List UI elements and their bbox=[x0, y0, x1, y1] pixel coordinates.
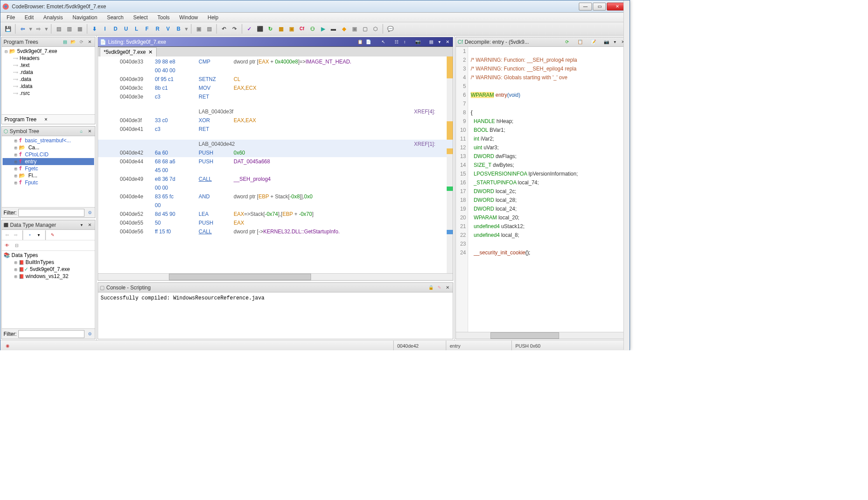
filter-options-icon[interactable]: ⚙ bbox=[86, 209, 93, 216]
datatype-node[interactable]: ⊞📕 BuiltInTypes bbox=[3, 259, 94, 266]
close-tab-icon[interactable]: ✕ bbox=[148, 49, 153, 55]
code-line[interactable]: 0040de3339 88 e8CMPdword ptr [EAX + 0x40… bbox=[98, 57, 453, 66]
options-icon[interactable]: ▤ bbox=[427, 39, 434, 46]
nav-icon[interactable]: ⌂ bbox=[78, 128, 85, 135]
undo-icon[interactable]: ↶ bbox=[219, 24, 229, 34]
code-line[interactable]: 45 00 bbox=[98, 166, 453, 175]
code-line[interactable]: 0040de41c3RET bbox=[98, 125, 453, 134]
close-panel-icon[interactable]: ✕ bbox=[86, 222, 93, 229]
erase-icon[interactable]: ✎ bbox=[436, 284, 443, 291]
forward-dropdown-icon[interactable]: ▾ bbox=[44, 24, 49, 34]
tool-icon[interactable]: ▤ bbox=[54, 24, 63, 34]
code-line[interactable]: 0040de49e8 36 7dCALL__SEH_prolog4 bbox=[98, 175, 453, 183]
snapshot-icon[interactable]: 📷 bbox=[603, 39, 610, 46]
menu-window[interactable]: Window bbox=[178, 14, 200, 21]
export-icon[interactable]: 📝 bbox=[590, 39, 597, 46]
decompile-line[interactable]: { bbox=[471, 108, 628, 117]
back-icon[interactable]: ⇦ bbox=[18, 24, 28, 34]
decompile-line[interactable]: BOOL BVar1; bbox=[471, 126, 628, 134]
menu-file[interactable]: File bbox=[5, 14, 17, 21]
program-tree-tab[interactable]: Program Tree × bbox=[2, 114, 95, 124]
play-icon[interactable]: ▶ bbox=[318, 24, 328, 34]
decompile-line[interactable]: SIZE_T dwBytes; bbox=[471, 161, 628, 169]
code-line[interactable]: 0040de3f33 c0XOREAX,EAX bbox=[98, 116, 453, 125]
code-line[interactable]: LAB_0040de3fXREF[4]: bbox=[98, 107, 453, 116]
datatype-node[interactable]: ⊞📕 windows_vs12_32 bbox=[3, 273, 94, 280]
dropdown-icon[interactable]: ▾ bbox=[184, 24, 189, 34]
symbol-node[interactable]: ⊞f entry bbox=[3, 158, 94, 165]
redo-icon[interactable]: ↷ bbox=[230, 24, 239, 34]
decompile-line[interactable]: DWORD local_2c; bbox=[471, 187, 628, 196]
tool-icon[interactable]: ⬡ bbox=[371, 24, 380, 34]
forward-icon[interactable]: ⇨ bbox=[12, 232, 19, 239]
nav-icon[interactable]: ☷ bbox=[393, 39, 400, 46]
section-node[interactable]: ⋯▫ .data bbox=[3, 76, 94, 83]
menu-edit[interactable]: Edit bbox=[23, 14, 35, 21]
code-line[interactable]: 0040de4e83 65 fcANDdword ptr [EBP + Stac… bbox=[98, 192, 453, 201]
graph-icon[interactable]: ⚇ bbox=[308, 24, 317, 34]
section-node[interactable]: ⋯▫ .rdata bbox=[3, 69, 94, 76]
code-line[interactable]: 0040de56ff 15 f0CALLdword ptr [->KERNEL3… bbox=[98, 227, 453, 236]
code-line[interactable]: 0040de5550PUSHEAX bbox=[98, 218, 453, 227]
tool-icon[interactable]: ▣ bbox=[194, 24, 203, 34]
close-panel-icon[interactable]: ✕ bbox=[444, 39, 451, 46]
decompile-line[interactable]: LPOSVERSIONINFOA lpVersionInformation; bbox=[471, 169, 628, 178]
maximize-button[interactable]: ▭ bbox=[593, 3, 606, 11]
forward-icon[interactable]: ⇨ bbox=[34, 24, 43, 34]
binary-icon[interactable]: ⬛ bbox=[255, 24, 265, 34]
vertical-scrollbar[interactable] bbox=[623, 47, 628, 332]
letter-l-icon[interactable]: L bbox=[132, 24, 141, 34]
decompile-line[interactable]: int iVar2; bbox=[471, 134, 628, 143]
decompile-body[interactable]: 123456789101112131415161718192021222324 … bbox=[456, 47, 628, 332]
refresh-icon[interactable]: ⟳ bbox=[564, 39, 570, 46]
overview-ruler[interactable] bbox=[447, 56, 453, 273]
close-panel-icon[interactable]: ✕ bbox=[86, 128, 93, 135]
symbol-node[interactable]: ⊞📂 FI... bbox=[3, 172, 94, 179]
decompile-line[interactable]: undefined4 uStack12; bbox=[471, 222, 628, 231]
tool-icon[interactable]: ▤ bbox=[204, 24, 214, 34]
section-node[interactable]: ⋯▫ .rsrc bbox=[3, 90, 94, 97]
symbol-node[interactable]: ⊞f Fgetc bbox=[3, 165, 94, 172]
decompile-line[interactable] bbox=[471, 47, 628, 56]
dropdown-icon[interactable]: ▾ bbox=[35, 232, 42, 239]
symbol-node[interactable]: ⊞f Fputc bbox=[3, 179, 94, 186]
symbol-filter-input[interactable] bbox=[18, 209, 84, 217]
code-line[interactable]: 0040de528d 45 90LEAEAX=>Stack[-0x74],[EB… bbox=[98, 210, 453, 218]
collapse-icon[interactable]: ⊟ bbox=[13, 242, 20, 249]
copy-icon[interactable]: 📋 bbox=[357, 39, 364, 46]
symbol-node[interactable]: ⊞📂 Ca... bbox=[3, 144, 94, 151]
decompile-line[interactable]: _STARTUPINFOA local_74; bbox=[471, 178, 628, 187]
menu-help[interactable]: Help bbox=[206, 14, 220, 21]
code-line[interactable]: 0040de3ec3RET bbox=[98, 92, 453, 101]
horizontal-scrollbar[interactable] bbox=[456, 332, 628, 339]
eye-strike-icon[interactable]: 👁 bbox=[4, 242, 10, 249]
dtm-filter-input[interactable] bbox=[18, 330, 84, 338]
code-line[interactable]: 00 00 bbox=[98, 183, 453, 192]
minimize-button[interactable]: — bbox=[579, 3, 592, 11]
section-node[interactable]: ⋯▫ Headers bbox=[3, 55, 94, 62]
console-output[interactable]: Successfully compiled: WindowsResourceRe… bbox=[98, 292, 453, 339]
letter-d-icon[interactable]: D bbox=[111, 24, 120, 34]
decompile-line[interactable] bbox=[471, 99, 628, 108]
tool-icon[interactable]: ▦ bbox=[75, 24, 84, 34]
decompile-line[interactable]: /* WARNING: Globals starting with '_' ov… bbox=[471, 73, 628, 82]
tree-root[interactable]: ⊟📂 5vdk9ge0f_7.exe bbox=[3, 48, 94, 55]
decompile-line[interactable] bbox=[471, 82, 628, 91]
lock-icon[interactable]: 🔒 bbox=[427, 284, 434, 291]
symbol-node[interactable]: ⊞f basic_streambuf<... bbox=[3, 137, 94, 144]
filter-options-icon[interactable]: ⚙ bbox=[86, 331, 93, 338]
symbol-tree-body[interactable]: ⊞f basic_streambuf<...⊞📂 Ca...⊞f CPtoLCI… bbox=[2, 136, 95, 207]
close-icon[interactable]: × bbox=[44, 116, 47, 123]
menu-analysis[interactable]: Analysis bbox=[42, 14, 65, 21]
back-icon[interactable]: ⇦ bbox=[4, 232, 10, 239]
close-panel-icon[interactable]: ✕ bbox=[444, 284, 451, 291]
tool-icon[interactable]: ▣ bbox=[350, 24, 359, 34]
tool-icon[interactable]: ▥ bbox=[64, 24, 74, 34]
menu-search[interactable]: Search bbox=[105, 14, 125, 21]
dropdown-icon[interactable]: ▾ bbox=[611, 39, 618, 46]
cf-icon[interactable]: Cf bbox=[297, 24, 307, 34]
file-tab[interactable]: *5vdk9ge0f_7.exe ✕ bbox=[100, 47, 157, 56]
pencil-strike-icon[interactable]: ✎ bbox=[49, 232, 56, 239]
decompile-line[interactable]: HANDLE hHeap; bbox=[471, 117, 628, 126]
menu-navigation[interactable]: Navigation bbox=[71, 14, 99, 21]
